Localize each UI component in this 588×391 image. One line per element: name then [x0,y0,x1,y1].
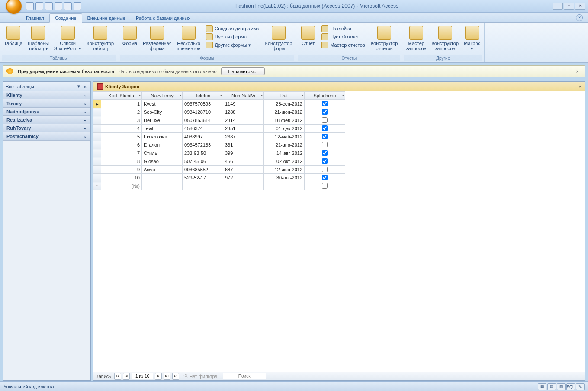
column-header[interactable]: NomNaklVi▾ [223,92,264,100]
new-row[interactable]: *(№) [93,182,345,190]
nav-first-button[interactable]: I◂ [114,373,121,380]
nav-last-button[interactable]: ▸I [164,373,170,380]
row-selector[interactable] [93,116,101,125]
qat-dropdown-icon[interactable] [74,2,81,10]
table-row[interactable]: 8Glosao507-45-0645602-окт-2012 [93,157,345,166]
multiple-items-button[interactable]: Несколько элементов [175,24,203,53]
search-box[interactable] [223,373,266,379]
cell-tel[interactable]: 507-45-06 [183,157,223,166]
nav-new-button[interactable]: ▸* [172,373,179,380]
macro-button[interactable]: Макрос ▾ [462,24,482,54]
query-designer-button[interactable]: Конструктор запросов [429,24,461,53]
cell-dat[interactable]: 02-окт-2012 [264,157,305,166]
table-row[interactable]: 3DeLuxe0507853614231418-фев-2012 [93,116,345,125]
cell-nom[interactable]: 399 [223,149,264,157]
cell-kod[interactable]: 7 [101,149,142,157]
cell-nom[interactable]: 687 [223,166,264,174]
cell-tel[interactable]: 0967570593 [183,100,223,108]
cell-nom[interactable]: 2687 [223,133,264,141]
column-header[interactable]: Kod_Klienta▾ [101,92,142,100]
query-wizard-button[interactable]: Мастер запросов [404,24,428,53]
table-button[interactable]: Таблица [2,24,25,48]
column-dropdown-icon[interactable]: ▾ [139,93,141,97]
cell-tel[interactable]: 4586374 [183,125,223,133]
checkbox[interactable] [322,101,328,106]
cell-kod[interactable]: (№) [101,182,142,190]
tab-external[interactable]: Внешние данные [82,14,131,22]
cell-splacheno[interactable] [305,174,345,182]
cell-splacheno[interactable] [305,100,345,108]
cell-tel[interactable]: 0934128710 [183,108,223,116]
table-designer-button[interactable]: Конструктор таблиц [84,24,116,53]
cell-dat[interactable]: 12-май-2012 [264,133,305,141]
sharepoint-lists-button[interactable]: Списки SharePoint ▾ [52,24,84,54]
cell-dat[interactable]: 21-июн-2012 [264,108,305,116]
column-dropdown-icon[interactable]: ▾ [261,93,263,97]
checkbox[interactable] [322,142,328,147]
table-row[interactable]: 5Ексклюзив4038997268712-май-2012 [93,133,345,141]
datasheet-grid[interactable]: Kod_Klienta▾NazvFirmy▾Telefon▾NomNaklVi▾… [93,91,585,372]
cell-firm[interactable]: Kvest [142,100,183,108]
column-header[interactable]: NazvFirmy▾ [142,92,183,100]
nav-next-button[interactable]: ▸ [155,373,162,380]
checkbox[interactable] [322,117,328,123]
form-button[interactable]: Форма [120,24,140,48]
nav-prev-button[interactable]: ◂ [123,373,130,380]
cell-firm[interactable]: Стиль [142,149,183,157]
document-tab[interactable]: Klienty Запрос [93,82,144,91]
cell-nom[interactable]: 2351 [223,125,264,133]
row-selector[interactable] [93,125,101,133]
cell-tel[interactable]: 0964572133 [183,141,223,149]
tab-create[interactable]: Создание [49,13,82,23]
table-templates-button[interactable]: Шаблоны таблиц ▾ [26,24,51,54]
collapse-pane-button[interactable]: « [82,84,88,89]
redo-icon[interactable] [45,2,53,10]
cell-kod[interactable]: 4 [101,125,142,133]
row-selector[interactable] [93,133,101,141]
cell-dat[interactable]: 18-фев-2012 [264,116,305,125]
nav-group-klienty[interactable]: Klienty⌄ [3,91,90,99]
cell-firm[interactable]: Ексклюзив [142,133,183,141]
row-selector[interactable] [93,166,101,174]
cell-kod[interactable]: 10 [101,174,142,182]
record-position-input[interactable] [132,373,153,379]
row-selector[interactable]: ▸ [93,100,101,108]
cell-splacheno[interactable] [305,133,345,141]
nav-group-ruhtovary[interactable]: RuhTovary⌄ [3,124,90,132]
row-selector[interactable] [93,174,101,182]
report-designer-button[interactable]: Конструктор отчетов [369,24,400,53]
column-dropdown-icon[interactable]: ▾ [302,93,303,97]
view-pivot-button[interactable]: ▤ [547,383,556,390]
cell-firm[interactable]: Seo-City [142,108,183,116]
column-header[interactable]: Telefon▾ [183,92,223,100]
cell-dat[interactable]: 01-дек-2012 [264,125,305,133]
cell-tel[interactable]: 093685552 [183,166,223,174]
row-selector[interactable] [93,141,101,149]
chevron-down-icon[interactable]: ▾ [77,83,80,89]
office-button[interactable] [6,0,22,14]
cell-nom[interactable]: 972 [223,174,264,182]
table-row[interactable]: 9Ажур09368555268712-июн-2012 [93,166,345,174]
report-button[interactable]: Отчет [298,24,318,48]
form-designer-button[interactable]: Конструктор форм [263,24,295,53]
checkbox[interactable] [322,134,328,139]
cell-firm[interactable]: Еталон [142,141,183,149]
table-row[interactable]: 10529-52-1797230-авг-2012 [93,174,345,182]
nav-group-realizaciya[interactable]: Realizaciya⌄ [3,116,90,124]
checkbox[interactable] [322,150,328,156]
column-dropdown-icon[interactable]: ▾ [220,93,222,97]
checkbox[interactable] [322,183,328,189]
help-button[interactable]: ? [576,14,583,21]
checkbox[interactable] [322,167,328,172]
table-row[interactable]: ▸1Kvest0967570593114928-сен-2012 [93,100,345,108]
row-selector[interactable]: * [93,182,101,190]
column-dropdown-icon[interactable]: ▾ [180,93,181,97]
nav-group-nadhodjennya[interactable]: Nadhodjennya⌄ [3,108,90,116]
view-chart-button[interactable]: ▥ [557,383,566,390]
cell-firm[interactable]: Ажур [142,166,183,174]
cell-nom[interactable]: 1288 [223,108,264,116]
cell-kod[interactable]: 5 [101,133,142,141]
cell-tel[interactable]: 233-93-50 [183,149,223,157]
cell-kod[interactable]: 2 [101,108,142,116]
view-sql-button[interactable]: SQL [566,383,575,390]
